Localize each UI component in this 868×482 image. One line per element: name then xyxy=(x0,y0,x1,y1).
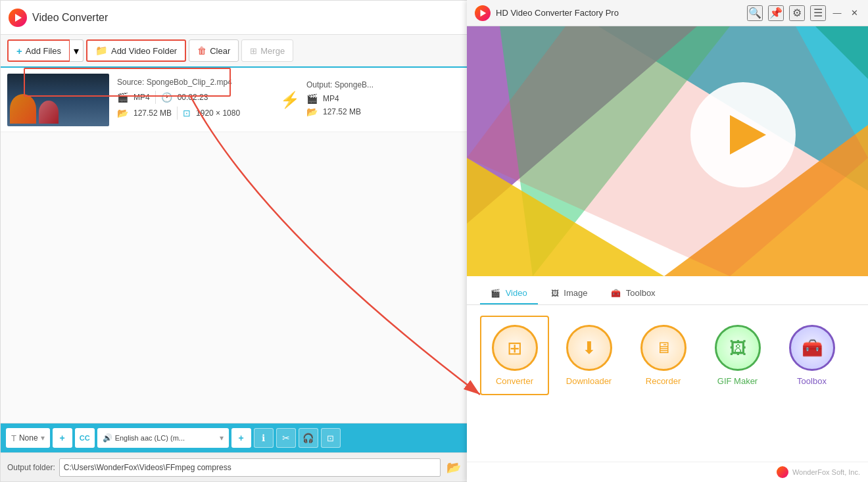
clear-button[interactable]: 🗑 Clear xyxy=(189,39,239,62)
search-button[interactable]: 🔍 xyxy=(747,5,763,21)
right-title-bar: HD Video Converter Factory Pro 🔍 📌 ⚙ ☰ —… xyxy=(467,0,868,26)
output-path-input[interactable] xyxy=(59,458,441,477)
add-audio-button[interactable]: + xyxy=(231,428,251,448)
file-meta-format: 🎬 MP4 🕐 00:02:23 xyxy=(117,91,274,104)
file-info: Source: SpongeBob_Clip_2.mp4 🎬 MP4 🕐 00:… xyxy=(117,78,274,122)
left-panel: Video Converter + Add Files ▾ 📁 Add Vide… xyxy=(0,0,470,482)
tab-image[interactable]: 🖼 Image xyxy=(541,283,598,304)
file-source-label: Source: SpongeBob_Clip_2.mp4 xyxy=(117,78,274,87)
app-grid: ⊞ Converter ⬇ Downloader 🖥 Recorder 🖼 GI… xyxy=(467,305,868,462)
left-title-bar: Video Converter xyxy=(1,1,470,35)
close-icon: ✕ xyxy=(851,8,858,18)
info-icon: ℹ xyxy=(262,433,265,443)
gif-maker-icon-symbol: 🖼 xyxy=(729,338,746,358)
trash-icon: 🗑 xyxy=(197,45,206,56)
output-size-icon: 📂 xyxy=(306,107,318,117)
output-size: 127.52 MB xyxy=(323,107,361,116)
tab-toolbox[interactable]: 🧰 Toolbox xyxy=(600,283,665,304)
toolbar: + Add Files ▾ 📁 Add Video Folder 🗑 Clear… xyxy=(1,35,470,68)
scissors-icon: ✂ xyxy=(282,433,290,443)
size-icon: 📂 xyxy=(117,108,128,118)
converter-icon-symbol: ⊞ xyxy=(507,337,522,359)
toolbox-app-icon: 🧰 xyxy=(789,325,835,371)
merge-label: Merge xyxy=(260,46,285,56)
converter-icon: ⊞ xyxy=(492,325,538,371)
cc-button[interactable]: CC xyxy=(75,428,95,448)
svg-marker-1 xyxy=(481,9,487,16)
output-folder-label: Output folder: xyxy=(7,463,55,472)
output-folder-bar: Output folder: 📂 xyxy=(1,452,470,481)
minimize-icon: — xyxy=(833,8,842,18)
downloader-label: Downloader xyxy=(566,376,612,386)
add-video-folder-button[interactable]: 📁 Add Video Folder xyxy=(86,39,186,62)
add-subtitle-button[interactable]: + xyxy=(53,428,72,448)
recorder-icon-symbol: 🖥 xyxy=(656,339,671,357)
cut-button[interactable]: ✂ xyxy=(276,428,296,448)
gif-maker-label: GIF Maker xyxy=(717,376,758,386)
pin-button[interactable]: 📌 xyxy=(768,5,784,21)
left-logo xyxy=(9,9,27,27)
close-button[interactable]: ✕ xyxy=(848,7,860,19)
app-downloader[interactable]: ⬇ Downloader xyxy=(554,316,623,395)
right-title-text: HD Video Converter Factory Pro xyxy=(496,8,742,18)
add-files-dropdown[interactable]: ▾ xyxy=(70,39,84,62)
tab-video[interactable]: 🎬 Video xyxy=(480,283,538,304)
browse-folder-button[interactable]: 📂 xyxy=(445,458,463,477)
output-meta-format: 🎬 MP4 xyxy=(306,93,463,104)
file-list: Source: SpongeBob_Clip_2.mp4 🎬 MP4 🕐 00:… xyxy=(1,68,470,423)
clear-label: Clear xyxy=(210,46,230,56)
source-format: MP4 xyxy=(133,93,150,102)
speaker-icon: 🔊 xyxy=(103,433,112,443)
output-format: MP4 xyxy=(323,94,339,103)
audio-track-select[interactable]: 🔊 English aac (LC) (m... ▾ xyxy=(97,428,229,448)
right-nav: 🎬 Video 🖼 Image 🧰 Toolbox xyxy=(467,276,868,305)
left-title: Video Converter xyxy=(32,12,108,24)
file-thumbnail xyxy=(7,74,109,126)
headphones-icon: 🎧 xyxy=(302,433,314,443)
plus-icon: + xyxy=(16,45,22,57)
toolbox-app-label: Toolbox xyxy=(797,376,827,386)
search-icon: 🔍 xyxy=(748,7,761,19)
recorder-icon: 🖥 xyxy=(640,325,687,371)
toolbox-tab-icon: 🧰 xyxy=(611,289,621,298)
arrow-connector: ⚡ xyxy=(274,91,306,109)
converter-label: Converter xyxy=(496,376,533,386)
info-button[interactable]: ℹ xyxy=(254,428,274,448)
settings-button[interactable]: ⚙ xyxy=(789,5,805,21)
source-duration: 00:02:23 xyxy=(178,93,208,102)
app-recorder[interactable]: 🖥 Recorder xyxy=(629,316,698,395)
app-toolbox[interactable]: 🧰 Toolbox xyxy=(777,316,846,395)
open-folder-icon: 📂 xyxy=(446,460,461,475)
app-converter[interactable]: ⊞ Converter xyxy=(480,316,549,395)
add-files-label: Add Files xyxy=(26,46,61,56)
app-gif-maker[interactable]: 🖼 GIF Maker xyxy=(703,316,772,395)
audio-edit-button[interactable]: 🎧 xyxy=(299,428,318,448)
editing-toolbar: T None ▾ + CC 🔊 English aac (LC) (m... ▾… xyxy=(1,423,470,452)
minimize-button[interactable]: — xyxy=(831,7,843,19)
banner-graphic xyxy=(467,26,868,276)
add-files-button[interactable]: + Add Files xyxy=(7,39,70,62)
image-tab-label: Image xyxy=(564,288,587,298)
subtitle-select[interactable]: T None ▾ xyxy=(6,428,50,448)
file-output: Output: SpongeB... 🎬 MP4 📂 127.52 MB xyxy=(306,80,463,120)
video-tab-label: Video xyxy=(506,288,527,298)
menu-button[interactable]: ☰ xyxy=(810,5,826,21)
recorder-label: Recorder xyxy=(646,376,681,386)
crop-button[interactable]: ⊡ xyxy=(321,428,341,448)
footer-text: WonderFox Soft, Inc. xyxy=(792,468,860,476)
file-meta-size: 📂 127.52 MB ⊡ 1920 × 1080 xyxy=(117,107,274,120)
lightning-icon: ⚡ xyxy=(280,91,300,109)
add-subtitle-icon: + xyxy=(60,433,65,443)
subtitle-dropdown-icon: ▾ xyxy=(41,433,45,443)
crop-icon: ⊡ xyxy=(327,433,334,443)
right-logo xyxy=(475,5,491,21)
table-row: Source: SpongeBob_Clip_2.mp4 🎬 MP4 🕐 00:… xyxy=(1,68,470,132)
merge-button[interactable]: ⊞ Merge xyxy=(241,39,293,62)
source-size: 127.52 MB xyxy=(133,108,172,118)
menu-icon: ☰ xyxy=(813,7,823,19)
output-source-label: Output: SpongeB... xyxy=(306,80,463,89)
downloader-icon-symbol: ⬇ xyxy=(582,338,596,358)
svg-marker-0 xyxy=(15,14,22,22)
folder-icon: 📁 xyxy=(95,45,108,57)
add-audio-icon: + xyxy=(239,433,244,443)
